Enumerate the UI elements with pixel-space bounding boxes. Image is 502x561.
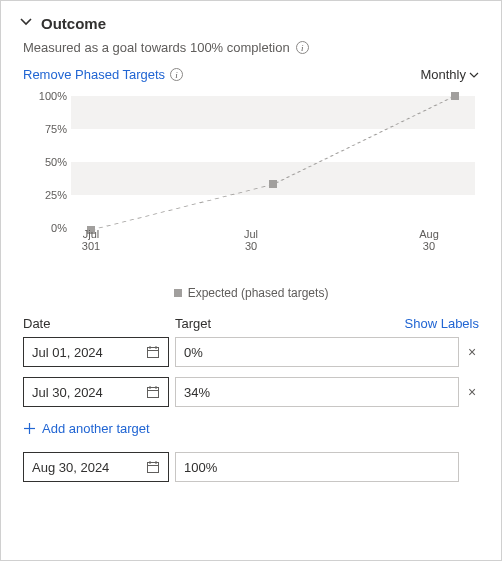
plot-area — [71, 96, 475, 230]
legend-label: Expected (phased targets) — [188, 286, 329, 300]
calendar-icon[interactable] — [146, 460, 160, 474]
remove-phased-targets-link[interactable]: Remove Phased Targets i — [23, 67, 183, 82]
date-input[interactable]: Jul 01, 2024 — [23, 337, 169, 367]
target-input[interactable]: 100% — [175, 452, 459, 482]
plus-icon — [23, 422, 36, 435]
remove-row-button[interactable]: × — [465, 344, 479, 360]
chart-point — [451, 92, 459, 100]
target-row: Jul 01, 2024 0% × — [23, 337, 479, 367]
section-subtitle: Measured as a goal towards 100% completi… — [23, 40, 290, 55]
calendar-icon[interactable] — [146, 345, 160, 359]
chevron-down-icon — [469, 70, 479, 80]
add-another-label: Add another target — [42, 421, 150, 436]
add-another-target-button[interactable]: Add another target — [23, 421, 479, 436]
column-header-date: Date — [23, 316, 175, 331]
svg-rect-10 — [148, 463, 159, 473]
y-tick: 75% — [23, 123, 67, 135]
remove-phased-label: Remove Phased Targets — [23, 67, 165, 82]
chart-line — [71, 96, 475, 230]
info-icon[interactable]: i — [296, 41, 309, 54]
chart-point — [269, 180, 277, 188]
target-row: Jul 30, 2024 34% × — [23, 377, 479, 407]
show-labels-link[interactable]: Show Labels — [405, 316, 479, 331]
period-selector[interactable]: Monthly — [420, 67, 479, 82]
svg-rect-4 — [148, 388, 159, 398]
target-row: Aug 30, 2024 100% × — [23, 452, 479, 482]
info-icon[interactable]: i — [170, 68, 183, 81]
calendar-icon[interactable] — [146, 385, 160, 399]
target-input[interactable]: 0% — [175, 337, 459, 367]
y-tick: 0% — [23, 222, 67, 234]
phased-targets-chart: 100% 75% 50% 25% 0% Jjul 301 Jul 30 Aug … — [23, 88, 479, 268]
y-tick: 25% — [23, 189, 67, 201]
legend-marker — [174, 289, 182, 297]
date-value: Jul 01, 2024 — [32, 345, 103, 360]
remove-row-button[interactable]: × — [465, 384, 479, 400]
date-input[interactable]: Jul 30, 2024 — [23, 377, 169, 407]
x-tick: Aug 30 — [419, 228, 439, 252]
target-value: 34% — [184, 385, 210, 400]
y-tick: 50% — [23, 156, 67, 168]
target-input[interactable]: 34% — [175, 377, 459, 407]
x-tick: Jjul 301 — [82, 228, 100, 252]
chart-legend: Expected (phased targets) — [19, 286, 483, 300]
date-value: Jul 30, 2024 — [32, 385, 103, 400]
date-value: Aug 30, 2024 — [32, 460, 109, 475]
chevron-down-icon[interactable] — [19, 15, 33, 32]
svg-rect-0 — [148, 348, 159, 358]
date-input[interactable]: Aug 30, 2024 — [23, 452, 169, 482]
target-value: 0% — [184, 345, 203, 360]
y-tick: 100% — [23, 90, 67, 102]
column-header-target: Target — [175, 316, 405, 331]
target-value: 100% — [184, 460, 217, 475]
period-label: Monthly — [420, 67, 466, 82]
x-tick: Jul 30 — [244, 228, 258, 252]
section-title: Outcome — [41, 15, 106, 32]
